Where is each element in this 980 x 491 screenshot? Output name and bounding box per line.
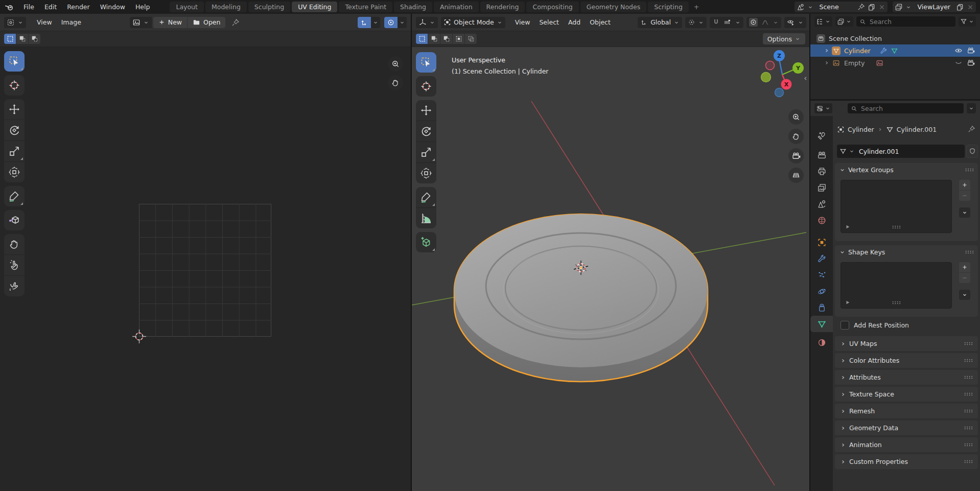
options-button[interactable]: Options bbox=[763, 33, 805, 44]
uv-tool-pinch[interactable] bbox=[4, 275, 25, 296]
falloff-curve-icon[interactable] bbox=[761, 18, 769, 26]
pin-image-icon[interactable] bbox=[231, 18, 240, 27]
mode-dropdown[interactable]: Object Mode bbox=[441, 17, 505, 28]
vp-ortho-toggle-button[interactable] bbox=[788, 168, 804, 183]
select-mode-invert[interactable] bbox=[453, 34, 464, 44]
select-mode-intersect[interactable] bbox=[465, 34, 477, 44]
tab-rendering[interactable]: Rendering bbox=[480, 2, 525, 12]
viewport-canvas[interactable]: User Perspective (1) Scene Collection | … bbox=[412, 47, 809, 491]
chevron-down-icon[interactable] bbox=[807, 4, 813, 10]
blender-logo-icon[interactable] bbox=[4, 2, 14, 12]
visibility-dropdown[interactable] bbox=[784, 17, 806, 28]
gizmo-axis-neg-z[interactable] bbox=[775, 88, 784, 97]
uv-tool-transform[interactable] bbox=[4, 161, 25, 182]
uv-snap-toggle[interactable] bbox=[358, 17, 371, 28]
tab-tool[interactable] bbox=[810, 127, 833, 144]
uv-canvas[interactable] bbox=[0, 47, 411, 491]
properties-editor-type-button[interactable] bbox=[814, 103, 832, 113]
uv-proportional-options-button[interactable] bbox=[398, 17, 407, 28]
new-viewlayer-icon[interactable] bbox=[956, 3, 964, 11]
hide-viewport-icon[interactable] bbox=[954, 46, 963, 55]
vp-tool-rotate[interactable] bbox=[416, 121, 436, 142]
tab-uv-editing[interactable]: UV Editing bbox=[292, 2, 337, 12]
viewlayer-name[interactable]: ViewLayer bbox=[914, 3, 953, 11]
open-image-button[interactable]: Open bbox=[188, 17, 225, 28]
uv-tool-tweak[interactable] bbox=[4, 51, 25, 72]
add-rest-position-checkbox[interactable] bbox=[841, 321, 849, 330]
uv-tool-grab[interactable] bbox=[4, 234, 25, 254]
tab-modifiers[interactable] bbox=[810, 250, 833, 267]
snap-magnet-icon[interactable] bbox=[712, 18, 720, 26]
scene-icon[interactable] bbox=[797, 3, 805, 11]
new-scene-icon[interactable] bbox=[868, 3, 876, 11]
uv-menu-image[interactable]: Image bbox=[57, 18, 86, 26]
vp-tool-select-box[interactable] bbox=[416, 52, 436, 73]
tab-sculpting[interactable]: Sculpting bbox=[248, 2, 290, 12]
chevron-down-icon[interactable] bbox=[773, 19, 779, 26]
uv-select-mode-vertex[interactable] bbox=[4, 34, 16, 44]
select-mode-extend[interactable] bbox=[428, 34, 440, 44]
pivot-point-dropdown[interactable] bbox=[685, 17, 707, 28]
pin-id-icon[interactable] bbox=[968, 125, 975, 133]
uv-menu-view[interactable]: View bbox=[32, 18, 57, 26]
uv-tool-rip-region[interactable] bbox=[4, 210, 25, 230]
scene-name[interactable]: Scene bbox=[816, 3, 855, 11]
vp-tool-move[interactable] bbox=[416, 100, 436, 121]
tab-geometry-nodes[interactable]: Geometry Nodes bbox=[580, 2, 646, 12]
tab-material[interactable] bbox=[810, 334, 833, 350]
datablock-name-field[interactable]: Cylinder.001 bbox=[837, 145, 965, 158]
navigation-gizmo[interactable]: Z Y X bbox=[759, 48, 806, 99]
disable-render-icon[interactable] bbox=[967, 46, 975, 55]
remove-vertex-group-button[interactable] bbox=[959, 191, 970, 201]
menu-render[interactable]: Render bbox=[62, 0, 95, 14]
orientation-dropdown[interactable]: Global bbox=[638, 17, 682, 28]
vertex-groups-header[interactable]: Vertex Groups bbox=[835, 163, 978, 177]
outliner-search[interactable] bbox=[856, 16, 955, 27]
panel-custom-properties[interactable]: Custom Properties bbox=[835, 454, 978, 469]
vp-zoom-button[interactable] bbox=[788, 109, 804, 125]
remove-shape-key-button[interactable] bbox=[959, 273, 970, 283]
chevron-down-icon[interactable] bbox=[905, 4, 912, 10]
vp-tool-transform[interactable] bbox=[416, 162, 436, 183]
tab-world[interactable] bbox=[810, 212, 833, 228]
viewport-editor-type-button[interactable] bbox=[416, 17, 438, 28]
grip-icon[interactable] bbox=[965, 250, 974, 254]
vp-pan-button[interactable] bbox=[788, 129, 804, 144]
new-image-button[interactable]: New bbox=[153, 17, 187, 28]
tab-compositing[interactable]: Compositing bbox=[526, 2, 578, 12]
panel-animation[interactable]: Animation bbox=[835, 437, 978, 452]
viewlayer-icon[interactable] bbox=[895, 3, 903, 11]
outliner-filter-button[interactable] bbox=[959, 16, 976, 27]
select-mode-set[interactable] bbox=[416, 34, 428, 44]
vp-menu-add[interactable]: Add bbox=[564, 18, 585, 26]
cylinder-object[interactable] bbox=[454, 214, 708, 382]
panel-remesh[interactable]: Remesh bbox=[835, 404, 978, 418]
vp-tool-scale[interactable] bbox=[416, 142, 436, 162]
add-vertex-group-button[interactable] bbox=[959, 180, 970, 190]
vp-menu-view[interactable]: View bbox=[510, 18, 535, 26]
properties-search-input[interactable] bbox=[860, 104, 961, 113]
grip-icon[interactable] bbox=[892, 300, 901, 305]
tab-animation[interactable]: Animation bbox=[434, 2, 479, 12]
uv-select-mode-edge[interactable] bbox=[16, 34, 28, 44]
datablock-name-value[interactable]: Cylinder.001 bbox=[859, 148, 899, 155]
panel-geometry-data[interactable]: Geometry Data bbox=[835, 420, 978, 435]
uv-tool-rotate[interactable] bbox=[4, 120, 25, 141]
panel-uv-maps[interactable]: UV Maps bbox=[835, 336, 978, 351]
add-workspace-button[interactable]: + bbox=[690, 0, 703, 14]
grip-icon[interactable] bbox=[965, 168, 974, 172]
tab-output[interactable] bbox=[810, 163, 833, 179]
vp-menu-select[interactable]: Select bbox=[534, 18, 564, 26]
tab-scene[interactable] bbox=[810, 196, 833, 212]
vp-tool-measure[interactable] bbox=[416, 207, 436, 228]
expand-icon[interactable] bbox=[824, 48, 830, 54]
menu-window[interactable]: Window bbox=[95, 0, 130, 14]
modifier-wrench-icon[interactable] bbox=[880, 47, 888, 55]
proportional-toggle[interactable] bbox=[749, 18, 758, 27]
breadcrumb-object[interactable]: Cylinder bbox=[848, 126, 874, 133]
tab-physics[interactable] bbox=[810, 283, 833, 299]
outliner-row-empty[interactable]: Empty bbox=[810, 57, 980, 69]
grip-icon[interactable] bbox=[892, 225, 901, 229]
list-expand-icon[interactable] bbox=[845, 300, 850, 305]
tab-particles[interactable] bbox=[810, 267, 833, 283]
